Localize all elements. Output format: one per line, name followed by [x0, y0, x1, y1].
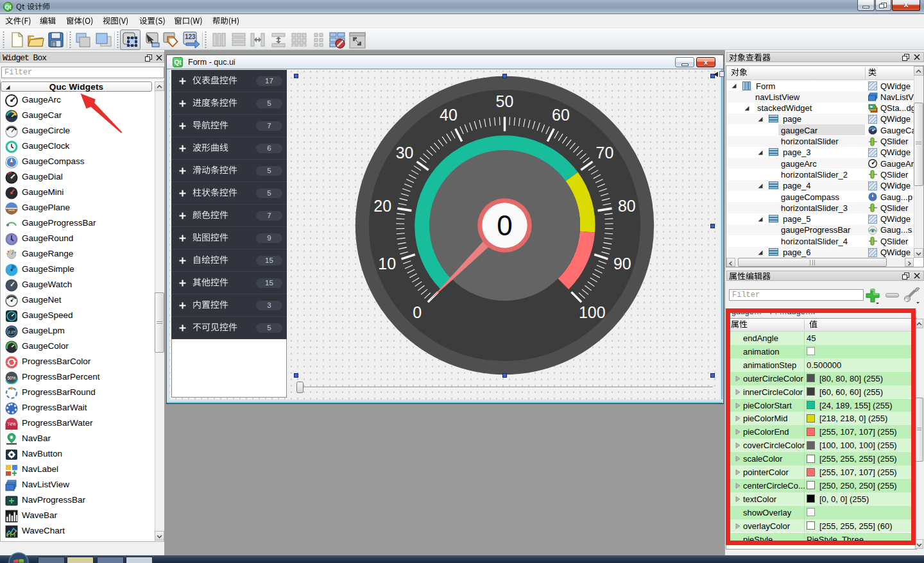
- svg-text:70: 70: [595, 144, 613, 162]
- svg-text:2.27: 2.27: [8, 330, 15, 334]
- svg-text:20: 20: [373, 197, 391, 215]
- svg-text:40: 40: [440, 106, 458, 124]
- svg-text:74%: 74%: [7, 422, 15, 426]
- svg-text:100: 100: [579, 303, 606, 321]
- svg-text:90: 90: [613, 255, 631, 273]
- svg-text:30: 30: [396, 144, 414, 162]
- svg-text:10: 10: [378, 255, 396, 273]
- svg-text:60: 60: [552, 106, 570, 124]
- svg-text:50: 50: [496, 92, 514, 110]
- svg-text:123: 123: [185, 33, 196, 40]
- svg-text:50%: 50%: [7, 376, 15, 380]
- svg-text:0: 0: [497, 210, 512, 241]
- svg-text:0: 0: [413, 303, 422, 321]
- svg-text:80: 80: [618, 197, 636, 215]
